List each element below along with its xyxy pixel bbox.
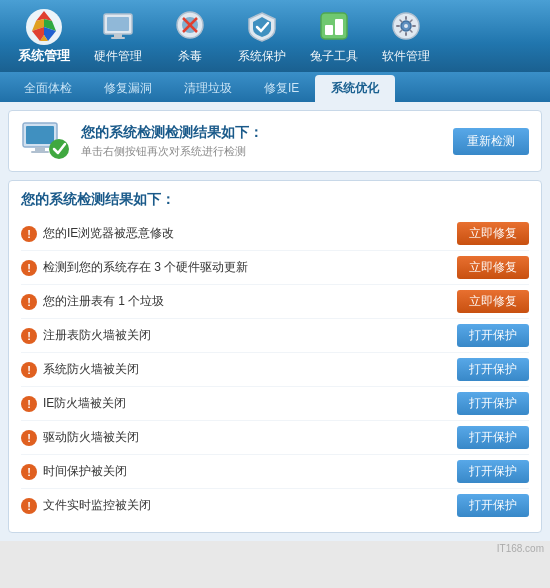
result-btn-3[interactable]: 打开保护: [457, 324, 529, 347]
toolbar-btn-kill[interactable]: 杀毒: [156, 2, 224, 71]
result-btn-7[interactable]: 打开保护: [457, 460, 529, 483]
tab-repair-ie[interactable]: 修复IE: [248, 75, 315, 102]
result-left-0: !您的IE浏览器被恶意修改: [21, 225, 174, 242]
computer-icon: [21, 121, 71, 161]
result-left-8: !文件实时监控被关闭: [21, 497, 151, 514]
result-left-2: !您的注册表有 1 个垃圾: [21, 293, 164, 310]
svg-rect-18: [31, 151, 49, 153]
toolbar-btn-protection[interactable]: 系统保护: [228, 2, 296, 71]
result-item-7: !时间保护被关闭打开保护: [21, 455, 529, 489]
kill-icon: [172, 8, 208, 44]
warn-icon-6: !: [21, 430, 37, 446]
summary-title: 您的系统检测检测结果如下：: [81, 124, 263, 142]
toolbar-btn-hardware[interactable]: 硬件管理: [84, 2, 152, 71]
warn-icon-5: !: [21, 396, 37, 412]
result-item-2: !您的注册表有 1 个垃圾立即修复: [21, 285, 529, 319]
result-text-4: 系统防火墙被关闭: [43, 361, 139, 378]
result-left-4: !系统防火墙被关闭: [21, 361, 139, 378]
result-item-4: !系统防火墙被关闭打开保护: [21, 353, 529, 387]
result-left-7: !时间保护被关闭: [21, 463, 127, 480]
warn-icon-8: !: [21, 498, 37, 514]
svg-rect-9: [321, 13, 347, 39]
result-text-6: 驱动防火墙被关闭: [43, 429, 139, 446]
toolbar-btn-software[interactable]: 软件管理: [372, 2, 440, 71]
logo-icon: [24, 7, 64, 47]
toolbar-btn-kill-label: 杀毒: [178, 48, 202, 65]
result-left-6: !驱动防火墙被关闭: [21, 429, 139, 446]
hardware-icon: [100, 8, 136, 44]
svg-rect-10: [325, 25, 333, 35]
toolbar-btn-protection-label: 系统保护: [238, 48, 286, 65]
tab-bar: 全面体检 修复漏洞 清理垃圾 修复IE 系统优化: [0, 72, 550, 102]
svg-rect-11: [335, 19, 343, 35]
result-text-3: 注册表防火墙被关闭: [43, 327, 151, 344]
result-text-0: 您的IE浏览器被恶意修改: [43, 225, 174, 242]
result-text-8: 文件实时监控被关闭: [43, 497, 151, 514]
summary-left: 您的系统检测检测结果如下： 单击右侧按钮再次对系统进行检测: [21, 121, 263, 161]
result-text-7: 时间保护被关闭: [43, 463, 127, 480]
summary-subtitle: 单击右侧按钮再次对系统进行检测: [81, 144, 263, 159]
tab-optimize[interactable]: 系统优化: [315, 75, 395, 102]
tab-clean-junk[interactable]: 清理垃圾: [168, 75, 248, 102]
result-btn-6[interactable]: 打开保护: [457, 426, 529, 449]
svg-point-14: [404, 24, 408, 28]
result-item-1: !检测到您的系统存在 3 个硬件驱动更新立即修复: [21, 251, 529, 285]
tab-repair-bug[interactable]: 修复漏洞: [88, 75, 168, 102]
warn-icon-3: !: [21, 328, 37, 344]
toolbar-btn-rabbit-label: 兔子工具: [310, 48, 358, 65]
toolbar: 系统管理 硬件管理 杀毒: [0, 0, 550, 72]
tab-full-check[interactable]: 全面体检: [8, 75, 88, 102]
svg-rect-17: [35, 147, 45, 151]
warn-icon-4: !: [21, 362, 37, 378]
warn-icon-1: !: [21, 260, 37, 276]
result-item-6: !驱动防火墙被关闭打开保护: [21, 421, 529, 455]
toolbar-btn-rabbit[interactable]: 兔子工具: [300, 2, 368, 71]
result-left-1: !检测到您的系统存在 3 个硬件驱动更新: [21, 259, 248, 276]
watermark: IT168.com: [0, 541, 550, 556]
result-btn-0[interactable]: 立即修复: [457, 222, 529, 245]
protection-icon: [244, 8, 280, 44]
content-area: 您的系统检测检测结果如下： 单击右侧按钮再次对系统进行检测 重新检测 您的系统检…: [0, 102, 550, 541]
summary-text: 您的系统检测检测结果如下： 单击右侧按钮再次对系统进行检测: [81, 124, 263, 159]
svg-point-19: [49, 139, 69, 159]
svg-rect-4: [111, 37, 125, 39]
result-btn-2[interactable]: 立即修复: [457, 290, 529, 313]
svg-rect-16: [26, 126, 54, 144]
result-left-5: !IE防火墙被关闭: [21, 395, 126, 412]
results-list: !您的IE浏览器被恶意修改立即修复!检测到您的系统存在 3 个硬件驱动更新立即修…: [21, 217, 529, 522]
toolbar-btn-hardware-label: 硬件管理: [94, 48, 142, 65]
result-btn-5[interactable]: 打开保护: [457, 392, 529, 415]
result-text-1: 检测到您的系统存在 3 个硬件驱动更新: [43, 259, 248, 276]
recheck-button[interactable]: 重新检测: [453, 128, 529, 155]
svg-rect-3: [114, 34, 122, 37]
result-item-0: !您的IE浏览器被恶意修改立即修复: [21, 217, 529, 251]
result-text-5: IE防火墙被关闭: [43, 395, 126, 412]
result-left-3: !注册表防火墙被关闭: [21, 327, 151, 344]
result-btn-8[interactable]: 打开保护: [457, 494, 529, 517]
warn-icon-0: !: [21, 226, 37, 242]
logo-label: 系统管理: [18, 47, 70, 65]
summary-box: 您的系统检测检测结果如下： 单击右侧按钮再次对系统进行检测 重新检测: [8, 110, 542, 172]
results-title: 您的系统检测结果如下：: [21, 191, 529, 209]
result-item-3: !注册表防火墙被关闭打开保护: [21, 319, 529, 353]
toolbar-btn-software-label: 软件管理: [382, 48, 430, 65]
result-btn-4[interactable]: 打开保护: [457, 358, 529, 381]
result-item-5: !IE防火墙被关闭打开保护: [21, 387, 529, 421]
result-btn-1[interactable]: 立即修复: [457, 256, 529, 279]
logo: 系统管理: [8, 7, 80, 65]
software-icon: [388, 8, 424, 44]
results-section: 您的系统检测结果如下： !您的IE浏览器被恶意修改立即修复!检测到您的系统存在 …: [8, 180, 542, 533]
rabbit-icon: [316, 8, 352, 44]
warn-icon-2: !: [21, 294, 37, 310]
warn-icon-7: !: [21, 464, 37, 480]
result-item-8: !文件实时监控被关闭打开保护: [21, 489, 529, 522]
result-text-2: 您的注册表有 1 个垃圾: [43, 293, 164, 310]
svg-rect-2: [107, 17, 129, 31]
